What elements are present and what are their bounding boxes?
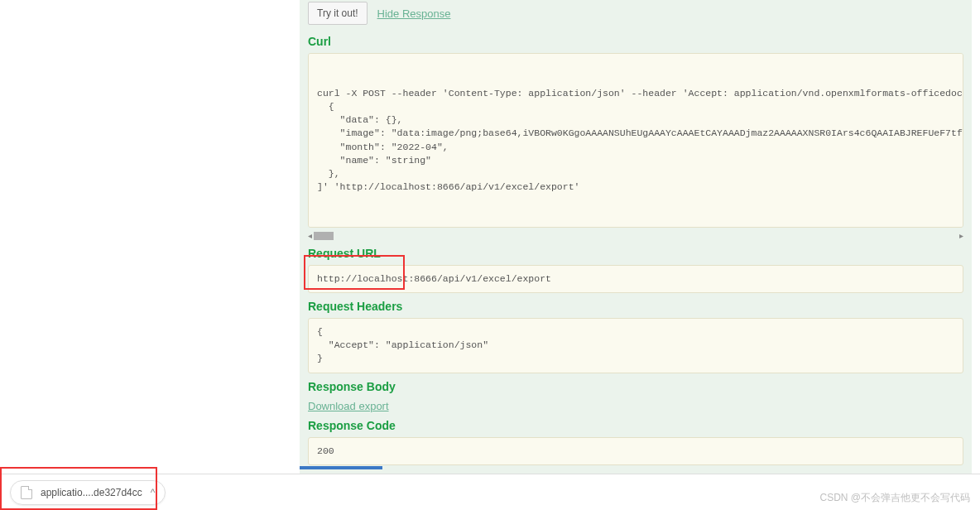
download-item[interactable]: applicatio....de327d4cc ^ (10, 480, 166, 505)
file-icon (21, 486, 32, 499)
top-row: Try it out! Hide Response (308, 0, 963, 28)
request-headers-box[interactable]: { "Accept": "application/json" } (308, 318, 963, 373)
csdn-watermark: CSDN @不会弹吉他更不会写代码 (819, 491, 970, 505)
swagger-response-panel: Try it out! Hide Response Curl curl -X P… (300, 0, 972, 510)
request-url-heading: Request URL (308, 247, 963, 260)
chevron-up-icon[interactable]: ^ (151, 487, 156, 498)
scroll-thumb[interactable] (314, 232, 334, 240)
response-code-heading: Response Code (308, 419, 963, 432)
hide-response-link[interactable]: Hide Response (377, 7, 451, 20)
scroll-left-icon: ◂ (308, 231, 312, 240)
response-body-heading: Response Body (308, 380, 963, 393)
request-headers-heading: Request Headers (308, 300, 963, 313)
curl-heading: Curl (308, 35, 963, 48)
download-export-link[interactable]: Download export (308, 400, 389, 412)
request-url-box[interactable]: http://localhost:8666/api/v1/excel/expor… (308, 265, 963, 293)
scroll-right-icon: ▸ (959, 231, 963, 240)
curl-content: curl -X POST --header 'Content-Type: app… (317, 87, 954, 194)
try-it-out-button[interactable]: Try it out! (308, 2, 368, 25)
response-code-box[interactable]: 200 (308, 437, 963, 465)
curl-code-box[interactable]: curl -X POST --header 'Content-Type: app… (308, 53, 963, 228)
curl-scrollbar[interactable]: ◂ ▸ (308, 228, 963, 240)
download-filename: applicatio....de327d4cc (41, 487, 142, 498)
next-section-stub (300, 466, 382, 469)
